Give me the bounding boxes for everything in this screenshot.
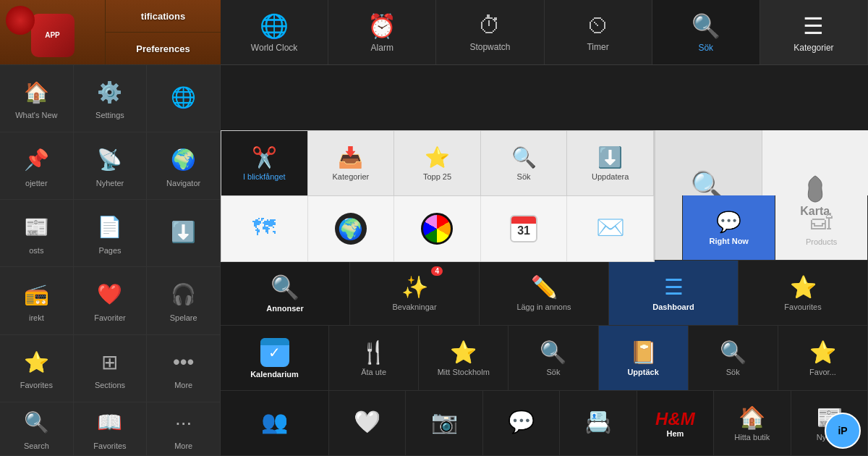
sidebar-item-favoriter[interactable]: ❤️ Favoriter	[74, 267, 148, 334]
dropdown-app-calendar[interactable]: 31	[481, 196, 568, 261]
dropdown-label: I blickfånget	[243, 172, 286, 181]
rss-icon: 📡	[94, 144, 126, 176]
message-item[interactable]: 💬	[483, 391, 560, 455]
bevakningar-item[interactable]: ✨ 4 Bevakningar	[350, 261, 480, 325]
stars-icon: ✨	[401, 274, 428, 300]
sidebar-item-settings[interactable]: ⚙️ Settings	[74, 65, 148, 132]
mitt-stockholm-item[interactable]: ⭐ Mitt Stockholm	[419, 326, 509, 390]
sidebar-item-more2[interactable]: ··· More	[147, 402, 221, 456]
menu-icon: ☰	[803, 12, 824, 40]
sidebar-item-push[interactable]: 📌 ojetter	[0, 132, 74, 200]
products-item[interactable]: 🛋 Products	[775, 195, 868, 260]
dropdown-item-kategorier[interactable]: 📥 Kategorier	[308, 131, 395, 195]
globe-icon: 🌐	[168, 81, 200, 113]
hem-label: Hem	[666, 429, 684, 438]
star-top-icon: ⭐	[425, 145, 450, 169]
grid-icon: ⊞	[94, 346, 126, 378]
nav-stopwatch[interactable]: ⏱ Stopwatch	[436, 0, 544, 64]
sidebar-item-label: More	[174, 381, 192, 390]
dropdown-row-apps: 🗺 🌍 31	[221, 196, 654, 261]
dropdown-app-mail[interactable]: ✉️	[567, 196, 654, 261]
camera-item[interactable]: 📷	[406, 391, 482, 455]
nav-alarm[interactable]: ⏰ Alarm	[328, 0, 436, 64]
sidebar-item-spelare[interactable]: 🎧 Spelare	[147, 267, 221, 334]
search-icon: 🔍	[692, 12, 720, 40]
dropdown-item-topp25[interactable]: ⭐ Topp 25	[394, 131, 481, 195]
sidebar-item-favorites[interactable]: ⭐ Favorites	[0, 335, 74, 402]
timer-icon: ⏲	[587, 12, 610, 39]
dropdown-label: Kategorier	[333, 172, 370, 181]
row-kalendarium: ✓ Kalendarium 🍴 Äta ute ⭐ Mitt Stockholm…	[221, 326, 868, 391]
nav-kategorier[interactable]: ☰ Kategorier	[760, 0, 868, 64]
lagg-in-annons-label: Lägg in annons	[516, 303, 571, 311]
sidebar-item-sections[interactable]: ⊞ Sections	[74, 335, 148, 402]
sidebar-item-label: What's New	[15, 111, 57, 120]
upptack-item[interactable]: 📔 Upptäck	[599, 326, 689, 390]
hitta-butik-item[interactable]: 🏠 Hitta butik	[714, 391, 791, 455]
annonser-item[interactable]: 🔍 Annonser	[221, 261, 350, 325]
nav-timer[interactable]: ⏲ Timer	[545, 0, 652, 64]
dropdown-app-globe[interactable]: 🌍	[308, 196, 395, 261]
nav-world-clock[interactable]: 🌐 World Clock	[221, 0, 328, 64]
sidebar-item-label: Spelare	[170, 313, 197, 323]
sok-row3b[interactable]: 🔍 Sök	[689, 326, 778, 390]
sidebar-item-whats-new[interactable]: 🏠 What's New	[0, 65, 74, 132]
kalendarium-item[interactable]: ✓ Kalendarium	[221, 326, 329, 390]
heart-bottom[interactable]: 🤍	[329, 391, 406, 455]
dropdown-label: Topp 25	[423, 172, 451, 181]
sidebar-item-nyheter[interactable]: 📡 Nyheter	[74, 132, 148, 200]
heart-icon: ❤️	[94, 279, 126, 311]
kalendarium-label: Kalendarium	[250, 370, 299, 379]
products-label: Products	[806, 237, 837, 246]
sok-row3[interactable]: 🔍 Sök	[509, 326, 598, 390]
people-item[interactable]: 👥	[221, 391, 329, 455]
top-bar-left: APP	[0, 0, 105, 64]
calendar-icon: 31	[510, 215, 537, 242]
bevakningar-badge: 4	[431, 266, 443, 276]
sidebar-item-more[interactable]: ••• More	[147, 335, 221, 402]
dropdown-app-colorwheel[interactable]	[394, 196, 481, 261]
sidebar-item-search-b[interactable]: 🔍 Search	[0, 402, 74, 456]
dropdown-app-maps[interactable]: 🗺	[221, 196, 308, 261]
contacts-item[interactable]: 📇	[560, 391, 637, 455]
hem-item[interactable]: H&M Hem	[637, 391, 714, 455]
search-bottom-icon: 🔍	[20, 407, 52, 439]
dropdown-item-blickfanget[interactable]: ✂️ I blickfånget	[221, 131, 308, 195]
sidebar-item-globe[interactable]: 🌐	[147, 65, 221, 132]
right-now-label: Right Now	[710, 237, 749, 245]
sidebar-item-label: Settings	[95, 111, 124, 120]
dropdown-item-sok[interactable]: 🔍 Sök	[481, 131, 568, 195]
hm-icon: H&M	[655, 409, 695, 429]
dashboard-item[interactable]: ☰ Dashboard	[609, 261, 739, 325]
dropdown-item-uppdatera[interactable]: ⬇️ Uppdatera	[567, 131, 654, 195]
sidebar-item-direkt[interactable]: 📻 irekt	[0, 267, 74, 334]
left-nav-grid: 🏠 What's New ⚙️ Settings 🌐 📌 ojetter 📡 N…	[0, 65, 221, 456]
ata-ute-item[interactable]: 🍴 Äta ute	[329, 326, 419, 390]
ip-logo[interactable]: iP	[825, 413, 861, 449]
sidebar-item-label: Sections	[95, 381, 125, 390]
row-bottom: 👥 🤍 📷 💬 📇 H&M Hem	[221, 391, 868, 456]
globe-dark-icon: 🌍	[335, 213, 367, 245]
favor-row3[interactable]: ⭐ Favor...	[778, 326, 868, 390]
sidebar-item-books[interactable]: 📖 Favorites	[74, 402, 148, 456]
sidebar-item-posts[interactable]: 📰 osts	[0, 200, 74, 267]
ata-ute-label: Äta ute	[361, 368, 386, 376]
favourites-row2[interactable]: ⭐ Favourites	[739, 261, 868, 325]
nav-sok[interactable]: 🔍 Sök	[652, 0, 760, 64]
row-annonser: 🔍 Annonser ✨ 4 Bevakningar ✏️ Lägg in an…	[221, 261, 868, 326]
contacts-icon: 📇	[584, 409, 611, 434]
lagg-in-annons-item[interactable]: ✏️ Lägg in annons	[480, 261, 609, 325]
mitt-stockholm-label: Mitt Stockholm	[438, 368, 490, 376]
sidebar-item-navigator[interactable]: 🌍 Navigator	[147, 132, 221, 200]
radio-icon: 📻	[20, 279, 52, 311]
sidebar-item-pages[interactable]: 📄 Pages	[74, 200, 148, 267]
annonser-label: Annonser	[266, 304, 303, 313]
notifications-button[interactable]: tifications	[106, 0, 221, 33]
right-now-item[interactable]: 💬 Right Now	[683, 195, 775, 260]
location-icon: 🏠	[739, 405, 765, 430]
search-row3-icon: 🔍	[540, 339, 566, 365]
dashboard-label: Dashboard	[652, 303, 694, 311]
preferences-button[interactable]: Preferences	[106, 33, 221, 64]
sidebar-item-download[interactable]: ⬇️	[147, 200, 221, 267]
star-row2-icon: ⭐	[790, 274, 817, 300]
